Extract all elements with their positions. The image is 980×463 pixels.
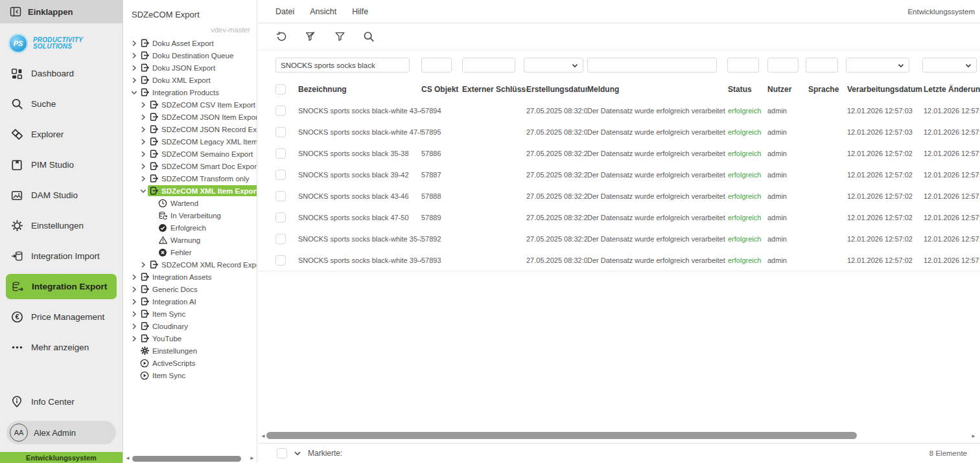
chevron-right-icon[interactable] [130,76,139,85]
horizontal-scrollbar[interactable]: ◄ ► [258,429,980,443]
tree-item-einstellungen[interactable]: Einstellungen [123,344,257,357]
tree-item-warnung[interactable]: Warnung [123,234,257,246]
table-row[interactable]: SNOCKS sports socks black 35-385788627.0… [258,142,980,164]
tree-item-fehler[interactable]: Fehler [123,246,257,258]
scroll-left-icon[interactable]: ◄ [261,433,266,439]
tree-item-item-sync[interactable]: Item Sync [123,369,257,381]
tree-item-item-sync[interactable]: Item Sync [123,308,257,320]
table-row[interactable]: SNOCKS sports socks black 39-425788727.0… [258,164,980,185]
row-checkbox[interactable] [275,170,286,180]
sidebar-item-dashboard[interactable]: Dashboard [0,58,122,89]
filter-externer-schluessel-input[interactable] [462,58,515,73]
tree-item-sdzecom-smart-doc-export[interactable]: SDZeCOM Smart Doc Export [123,160,257,172]
filter-cs-objekt-input[interactable] [421,58,452,73]
sidebar-item-price-management[interactable]: €Price Management [0,302,122,332]
tree-item-doku-destination-queue[interactable]: Doku Destination Queue [123,49,257,62]
tree-item-youtube[interactable]: YouTube [123,332,257,344]
select-all-footer-checkbox[interactable] [277,448,287,458]
tree-item-activescripts[interactable]: ActiveScripts [123,357,257,369]
filter-nutzer-input[interactable] [767,58,799,73]
chevron-right-icon[interactable] [130,322,139,331]
sidebar-item-einstellungen[interactable]: Einstellungen [0,210,122,241]
tree-item-cloudinary[interactable]: Cloudinary [123,320,257,332]
chevron-right-icon[interactable] [139,150,148,159]
row-checkbox[interactable] [275,127,286,137]
filter-verarbeitungsdatum-select[interactable] [846,58,909,73]
table-row[interactable]: SNOCKS sports socks black-white 39-42578… [258,249,980,271]
menu-ansicht[interactable]: Ansicht [310,7,336,16]
table-row[interactable]: SNOCKS sports socks black 43-465788827.0… [258,185,980,207]
chevron-right-icon[interactable] [130,273,139,282]
filter-status-input[interactable] [727,58,759,73]
sidebar-item-info-center[interactable]: Info Center [0,387,122,417]
select-all-checkbox[interactable] [275,84,286,95]
tree-item-sdzecom-legacy-xml-item-export[interactable]: SDZeCOM Legacy XML Item Export [123,135,257,148]
sidebar-item-pim-studio[interactable]: PIM Studio [0,150,122,180]
sidebar-item-mehr-anzeigen[interactable]: Mehr anzeigen [0,332,122,363]
tree-item-generic-docs[interactable]: Generic Docs [123,283,257,295]
tree-item-sdzecom-xml-record-export[interactable]: SDZeCOM XML Record Export [123,258,257,271]
sidebar-item-integration-export[interactable]: Integration Export [6,274,117,299]
search-button[interactable] [363,31,375,43]
tree-item-sdzecom-csv-item-export[interactable]: SDZeCOM CSV Item Export [123,98,257,111]
tree-item-wartend[interactable]: Wartend [123,197,257,209]
chevron-right-icon[interactable] [139,260,148,269]
chevron-right-icon[interactable] [130,63,139,73]
row-checkbox[interactable] [275,212,286,223]
sidebar-item-dam-studio[interactable]: DAM Studio [0,180,122,210]
row-checkbox[interactable] [275,106,286,116]
chevron-right-icon[interactable] [130,297,139,306]
menu-hilfe[interactable]: Hilfe [352,7,368,16]
filter-button[interactable] [334,31,345,43]
scroll-right-icon[interactable]: ► [250,455,255,461]
tree-item-doku-json-export[interactable]: Doku JSON Export [123,62,257,74]
tree-item-sdzecom-json-item-export[interactable]: SDZeCOM JSON Item Export [123,111,257,123]
chevron-right-icon[interactable] [130,334,139,343]
filter-letzte-aenderung-select[interactable] [922,58,977,73]
chevron-down-icon[interactable] [139,186,148,196]
tree-horizontal-scrollbar[interactable]: ◄ ► [123,455,257,463]
chevron-right-icon[interactable] [139,162,148,171]
chevron-down-icon[interactable] [294,449,301,457]
chevron-right-icon[interactable] [139,137,148,146]
tree-item-in-verarbeitung[interactable]: In Verarbeitung [123,209,257,221]
row-checkbox[interactable] [275,234,286,244]
scrollbar-thumb[interactable] [266,432,857,439]
chevron-right-icon[interactable] [139,174,148,183]
table-row[interactable]: SNOCKS sports socks black-white 47-50578… [258,121,980,142]
row-checkbox[interactable] [275,255,286,265]
chevron-right-icon[interactable] [139,113,148,122]
sidebar-item-explorer[interactable]: Explorer [0,119,122,150]
table-row[interactable]: SNOCKS sports socks black-white 35-38578… [258,228,980,249]
chevron-right-icon[interactable] [139,125,148,134]
chevron-right-icon[interactable] [130,285,139,294]
sidebar-item-integration-import[interactable]: Integration Import [0,241,122,271]
chevron-right-icon[interactable] [130,310,139,319]
chevron-right-icon[interactable] [130,51,139,60]
tree-item-sdzecom-json-record-export[interactable]: SDZeCOM JSON Record Export [123,123,257,135]
tree-scrollbar-thumb[interactable] [132,456,241,462]
tree-item-doku-xml-export[interactable]: Doku XML Export [123,74,257,86]
tree-item-sdzecom-semaino-export[interactable]: SDZeCOM Semaino Export [123,148,257,160]
tree-item-doku-asset-export[interactable]: Doku Asset Export [123,37,257,49]
collapse-sidebar-button[interactable]: Einklappen [0,0,122,23]
table-row[interactable]: SNOCKS sports socks black-white 43-46578… [258,100,980,121]
chevron-down-icon[interactable] [130,88,139,97]
filter-meldung-input[interactable] [587,58,717,73]
filter-sprache-input[interactable] [806,58,838,73]
table-row[interactable]: SNOCKS sports socks black 47-505788927.0… [258,207,980,228]
tree-item-sdzecom-transform-only[interactable]: SDZeCOM Transform only [123,172,257,185]
scroll-left-icon[interactable]: ◄ [125,455,130,461]
sidebar-item-suche[interactable]: Suche [0,89,122,119]
scroll-right-icon[interactable]: ► [971,433,976,439]
row-checkbox[interactable] [275,148,286,159]
row-checkbox[interactable] [275,191,286,201]
filter-bezeichnung-input[interactable] [275,58,410,73]
menu-datei[interactable]: Datei [275,7,294,16]
chevron-right-icon[interactable] [130,39,139,48]
refresh-button[interactable] [275,31,287,43]
filter-erstellungsdatum-select[interactable] [524,58,583,73]
filter-clear-button[interactable] [305,31,316,43]
chevron-right-icon[interactable] [139,100,148,109]
tree-item-integration-ai[interactable]: Integration AI [123,295,257,308]
